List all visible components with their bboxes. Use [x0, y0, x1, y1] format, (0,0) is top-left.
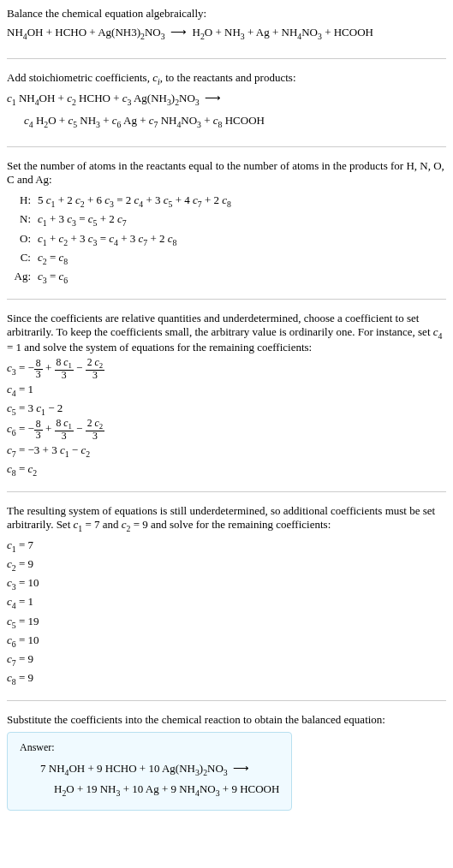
c2-value: 9 [28, 557, 34, 570]
coeff-row-c3: c3 = −83 + 8 c13 − 2 c23 [7, 358, 446, 381]
atom-eq-h: 5 c1 + 2 c2 + 6 c3 = 2 c4 + 3 c5 + 4 c7 … [38, 192, 446, 211]
solve-intro-part2: and solve for the remaining coefficients… [148, 518, 331, 531]
add-coeff-pre: Add stoichiometric coefficients, [7, 71, 152, 84]
answer-box: Answer: 7 NH4OH + 9 HCHO + 10 Ag(NH3)2NO… [7, 732, 292, 810]
atom-equation-table: H: 5 c1 + 2 c2 + 6 c3 = 2 c4 + 3 c5 + 4 … [7, 192, 446, 287]
coeff-row-c4: c4 = 1 [7, 381, 446, 400]
atom-eq-intro: Set the number of atoms in the reactants… [7, 159, 446, 187]
balance-intro-text: Balance the chemical equation algebraica… [7, 7, 446, 21]
answer-equation-line2: H2O + 19 NH3 + 10 Ag + 9 NH4NO3 + 9 HCOO… [20, 780, 279, 800]
atom-label-c: C: [7, 249, 38, 266]
add-coeff-intro: Add stoichiometric coefficients, ci, to … [7, 71, 446, 86]
c1-value: 7 [28, 538, 34, 551]
atom-label-ag: Ag: [7, 268, 38, 285]
section-add-coefficients: Add stoichiometric coefficients, ci, to … [7, 71, 446, 147]
section-solve-remaining: The resulting system of equations is sti… [7, 504, 446, 701]
coeff-row-c5: c5 = 3 c1 − 2 [7, 400, 446, 419]
coeff-equation-line1: c1 NH4OH + c2 HCHO + c3 Ag(NH3)2NO3 ⟶ [7, 90, 446, 109]
c6-value: 10 [28, 633, 39, 646]
final-c4: c4 = 1 [7, 593, 446, 612]
section-answer: Substitute the coefficients into the che… [7, 713, 446, 822]
atom-row-n: N: c1 + 3 c3 = c5 + 2 c7 [7, 211, 446, 229]
underdet-intro-part1: Since the coefficients are relative quan… [7, 312, 433, 338]
c5-value: 19 [28, 615, 39, 627]
final-c7: c7 = 9 [7, 651, 446, 669]
atom-eq-o: c1 + c2 + 3 c3 = c4 + 3 c7 + 2 c8 [38, 230, 446, 249]
answer-label: Answer: [20, 741, 279, 754]
final-c1: c1 = 7 [7, 537, 446, 556]
c3-value: 10 [28, 576, 39, 589]
section-underdetermined: Since the coefficients are relative quan… [7, 312, 446, 492]
atom-label-n: N: [7, 211, 38, 228]
answer-equation-line1: 7 NH4OH + 9 HCHO + 10 Ag(NH3)2NO3 ⟶ [20, 759, 279, 780]
coeff-list-1: c3 = −83 + 8 c13 − 2 c23 c4 = 1 c5 = 3 c… [7, 358, 446, 479]
coeff-list-final: c1 = 7 c2 = 9 c3 = 10 c4 = 1 c5 = 19 c6 … [7, 537, 446, 689]
c4-value: 1 [28, 595, 34, 608]
unbalanced-equation: NH4OH + HCHO + Ag(NH3)2NO3 ⟶ H2O + NH3 +… [7, 24, 446, 43]
final-c5: c5 = 19 [7, 613, 446, 632]
coeff-row-c8: c8 = c2 [7, 461, 446, 479]
solve-intro-and: and [100, 518, 122, 531]
atom-label-o: O: [7, 230, 38, 247]
atom-row-c: C: c2 = c8 [7, 249, 446, 268]
atom-row-o: O: c1 + c2 + 3 c3 = c4 + 3 c7 + 2 c8 [7, 230, 446, 249]
answer-intro: Substitute the coefficients into the che… [7, 713, 446, 727]
underdet-intro: Since the coefficients are relative quan… [7, 312, 446, 354]
final-c8: c8 = 9 [7, 669, 446, 688]
atom-row-ag: Ag: c3 = c6 [7, 268, 446, 287]
ci-symbol: ci [152, 71, 160, 84]
atom-label-h: H: [7, 192, 38, 209]
atom-row-h: H: 5 c1 + 2 c2 + 6 c3 = 2 c4 + 3 c5 + 4 … [7, 192, 446, 211]
final-c6: c6 = 10 [7, 632, 446, 651]
underdet-intro-part2: and solve the system of equations for th… [21, 341, 312, 354]
c7-value: 9 [28, 652, 34, 665]
c8-value: 9 [28, 671, 34, 684]
section-atom-equations: Set the number of atoms in the reactants… [7, 159, 446, 300]
atom-eq-n: c1 + 3 c3 = c5 + 2 c7 [38, 211, 446, 229]
final-c2: c2 = 9 [7, 556, 446, 574]
coeff-row-c6: c6 = −83 + 8 c13 − 2 c23 [7, 419, 446, 442]
add-coeff-post: , to the reactants and products: [160, 71, 296, 84]
final-c3: c3 = 10 [7, 574, 446, 593]
atom-eq-ag: c3 = c6 [38, 268, 446, 287]
coeff-equation-line2: c4 H2O + c5 NH3 + c6 Ag + c7 NH4NO3 + c8… [7, 112, 446, 131]
coeff-row-c7: c7 = −3 + 3 c1 − c2 [7, 442, 446, 461]
section-balance-intro: Balance the chemical equation algebraica… [7, 7, 446, 59]
solve-intro: The resulting system of equations is sti… [7, 504, 446, 533]
atom-eq-c: c2 = c8 [38, 249, 446, 268]
